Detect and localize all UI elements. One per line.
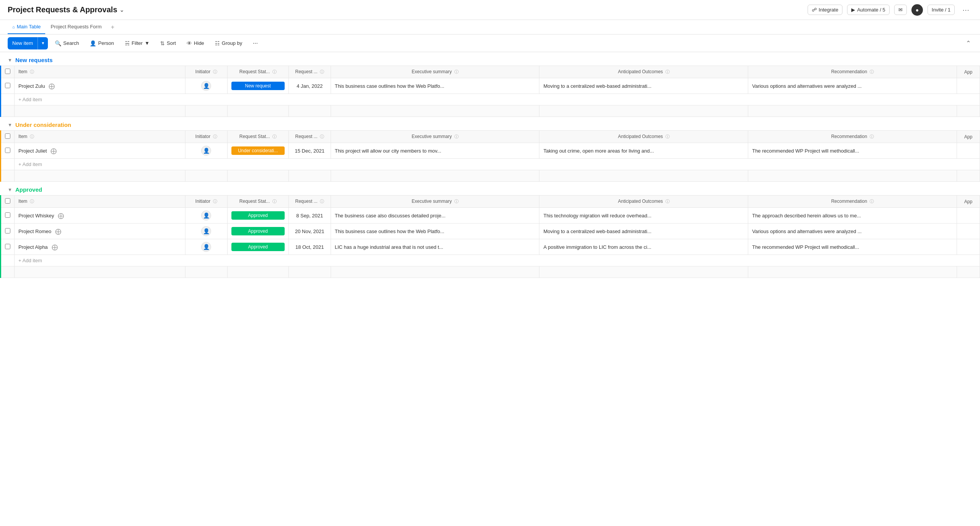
new-item-dropdown-arrow[interactable]: ▼ [38, 37, 48, 49]
section-header-new-requests[interactable]: ▼ New requests [0, 52, 980, 66]
row-checkbox-2[interactable] [5, 244, 10, 249]
chat-button[interactable]: ✉ [894, 5, 907, 15]
date-info-icon[interactable]: ⓘ [320, 134, 324, 139]
item-info-icon[interactable]: ⓘ [30, 69, 34, 74]
add-item-cell[interactable]: + Add item [15, 159, 980, 170]
section-chevron: ▼ [8, 122, 12, 128]
section-header-under-consideration[interactable]: ▼ Under consideration [0, 117, 980, 130]
status-badge[interactable]: Under considerati... [231, 146, 285, 155]
sort-action[interactable]: ⇅ Sort [156, 38, 180, 48]
rec-info-icon[interactable]: ⓘ [870, 69, 874, 74]
initiator-info-icon[interactable]: ⓘ [213, 134, 217, 139]
collapse-button[interactable]: ⌃ [964, 38, 972, 48]
add-item-cell[interactable]: + Add item [15, 94, 980, 105]
invite-button[interactable]: Invite / 1 [928, 5, 955, 15]
item-info-icon[interactable]: ⓘ [30, 134, 34, 139]
item-info-icon[interactable]: ⓘ [30, 199, 34, 204]
date-info-icon[interactable]: ⓘ [320, 69, 324, 74]
section-title-approved: Approved [15, 186, 42, 193]
add-item-icon-button[interactable]: ⨁ [54, 228, 63, 235]
status-badge[interactable]: New request [231, 82, 285, 90]
summary-info-icon[interactable]: ⓘ [454, 134, 459, 139]
section-title-new-requests: New requests [15, 57, 53, 63]
item-cell: Project Whiskey ⨁ [15, 208, 185, 224]
status-badge[interactable]: Approved [231, 211, 285, 220]
date-info-icon[interactable]: ⓘ [320, 199, 324, 204]
title-chevron[interactable]: ⌄ [120, 7, 124, 13]
add-item-row[interactable]: + Add item [1, 255, 980, 266]
status-badge[interactable]: Approved [231, 243, 285, 251]
automate-icon: ▶ [851, 7, 855, 13]
filter-action[interactable]: ☵ Filter ▼ [121, 38, 154, 48]
status-info-icon[interactable]: ⓘ [272, 69, 277, 74]
more-options-button[interactable]: ⋯ [959, 4, 972, 16]
app-cell [957, 143, 980, 159]
rec-info-icon[interactable]: ⓘ [870, 199, 874, 204]
initiator-info-icon[interactable]: ⓘ [213, 69, 217, 74]
group-by-action[interactable]: ☷ Group by [211, 38, 246, 48]
person-avatar: 👤 [201, 210, 211, 220]
add-item-cell[interactable]: + Add item [15, 255, 980, 266]
status-cell[interactable]: Under considerati... [227, 143, 288, 159]
select-all-checkbox[interactable] [5, 133, 10, 139]
col-date: Request ... ⓘ [288, 131, 331, 143]
more-toolbar-options[interactable]: ⋯ [249, 38, 262, 48]
tab-project-requests-form[interactable]: Project Requests Form [46, 20, 106, 34]
outcomes-info-icon[interactable]: ⓘ [665, 69, 670, 74]
status-cell[interactable]: Approved [227, 239, 288, 255]
search-action[interactable]: 🔍 Search [51, 38, 83, 48]
hide-action[interactable]: 👁 Hide [183, 38, 208, 48]
outcomes-cell: A positive immigration to LIC from acros… [539, 239, 748, 255]
status-info-icon[interactable]: ⓘ [272, 134, 277, 139]
date-cell: 4 Jan, 2022 [288, 78, 331, 94]
add-item-icon-button[interactable]: ⨁ [49, 147, 58, 155]
person-action[interactable]: 👤 Person [86, 38, 118, 48]
avatar[interactable]: ● [911, 4, 923, 16]
person-icon: 👤 [90, 40, 96, 46]
section-new-requests: ▼ New requests Item ⓘ Initiator ⓘ Reques… [0, 52, 980, 117]
rec-info-icon[interactable]: ⓘ [870, 134, 874, 139]
item-cell: Project Juliet ⨁ [15, 143, 185, 159]
initiator-info-icon[interactable]: ⓘ [213, 199, 217, 204]
item-name: Project Juliet [18, 148, 47, 154]
new-item-button[interactable]: New item ▼ [8, 37, 48, 49]
outcomes-info-icon[interactable]: ⓘ [665, 199, 670, 204]
person-avatar: 👤 [201, 81, 211, 91]
table-row: Project Juliet ⨁ 👤 Under considerati... … [1, 143, 980, 159]
section-header-approved[interactable]: ▼ Approved [0, 182, 980, 195]
add-tab-button[interactable]: + [107, 21, 118, 34]
status-cell[interactable]: New request [227, 78, 288, 94]
integrate-button[interactable]: ☍ Integrate [808, 5, 842, 15]
row-checkbox-1[interactable] [5, 228, 10, 233]
col-item: Item ⓘ [15, 66, 185, 78]
col-outcomes: Anticipated Outcomes ⓘ [539, 131, 748, 143]
status-cell[interactable]: Approved [227, 224, 288, 239]
add-item-row[interactable]: + Add item [1, 159, 980, 170]
app-cell [957, 224, 980, 239]
add-item-icon-button[interactable]: ⨁ [47, 82, 56, 90]
row-checkbox-0[interactable] [5, 148, 10, 153]
row-checkbox-0[interactable] [5, 83, 10, 88]
automate-button[interactable]: ▶ Automate / 5 [847, 5, 890, 15]
outcomes-info-icon[interactable]: ⓘ [665, 134, 670, 139]
add-item-icon-button[interactable]: ⨁ [50, 243, 59, 251]
summary-info-icon[interactable]: ⓘ [454, 199, 459, 204]
outcomes-cell: This technology migration will reduce ov… [539, 208, 748, 224]
empty-row [1, 266, 980, 278]
summary-cell: This business case outlines how the Web … [331, 78, 539, 94]
app-cell [957, 78, 980, 94]
row-checkbox-0[interactable] [5, 212, 10, 218]
tab-bar: ⌂ Main Table Project Requests Form + [0, 20, 980, 35]
status-cell[interactable]: Approved [227, 208, 288, 224]
group-by-icon: ☷ [215, 40, 220, 46]
summary-info-icon[interactable]: ⓘ [454, 69, 459, 74]
select-all-checkbox[interactable] [5, 198, 10, 204]
tab-main-table[interactable]: ⌂ Main Table [8, 20, 45, 34]
status-info-icon[interactable]: ⓘ [272, 199, 277, 204]
add-item-row[interactable]: + Add item [1, 94, 980, 105]
select-all-checkbox[interactable] [5, 69, 10, 74]
table-under-consideration: Item ⓘ Initiator ⓘ Request Stat... ⓘ Req… [0, 130, 980, 182]
col-recommendation: Recommendation ⓘ [748, 66, 957, 78]
add-item-icon-button[interactable]: ⨁ [56, 212, 66, 219]
status-badge[interactable]: Approved [231, 227, 285, 235]
